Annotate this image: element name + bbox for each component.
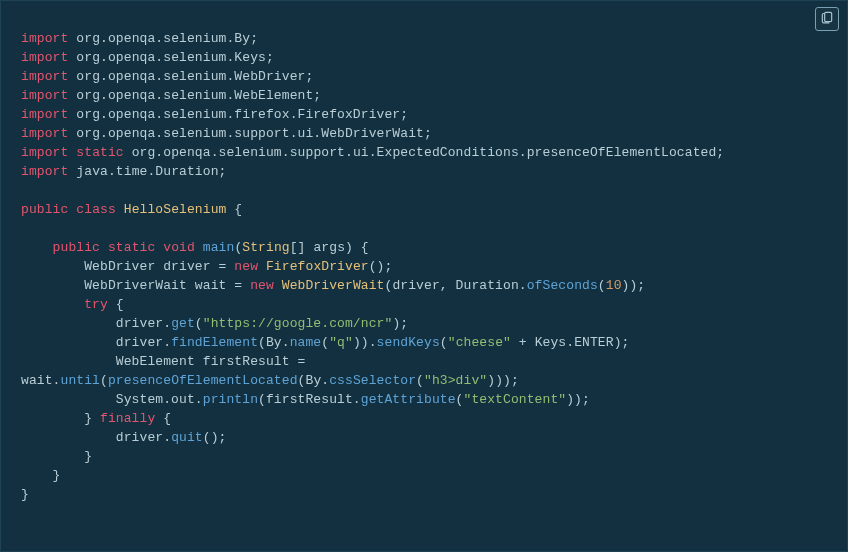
code-token: WebDriver driver = [21, 259, 234, 274]
code-token [21, 240, 53, 255]
code-line: import org.openqa.selenium.WebDriver; [21, 69, 313, 84]
code-token: import [21, 88, 68, 103]
code-token: import [21, 164, 68, 179]
code-token: WebElement firstResult = [21, 354, 305, 369]
code-token: (By. [258, 335, 290, 350]
code-token: ( [195, 316, 203, 331]
code-token: ofSeconds [527, 278, 598, 293]
code-token: org.openqa.selenium.firefox.FirefoxDrive… [68, 107, 408, 122]
code-token: ( [456, 392, 464, 407]
code-token: findElement [171, 335, 258, 350]
code-token: ( [321, 335, 329, 350]
code-token: { [226, 202, 242, 217]
code-line: WebDriver driver = new FirefoxDriver(); [21, 259, 392, 274]
code-token: get [171, 316, 195, 331]
code-line: WebElement firstResult = [21, 354, 305, 369]
code-token: "textContent" [464, 392, 567, 407]
code-token [274, 278, 282, 293]
code-token [195, 240, 203, 255]
code-token: { [108, 297, 124, 312]
code-token: org.openqa.selenium.support.ui.ExpectedC… [124, 145, 725, 160]
code-line: driver.findElement(By.name("q")).sendKey… [21, 335, 629, 350]
code-token: org.openqa.selenium.By; [68, 31, 258, 46]
code-token: } [21, 449, 92, 464]
code-token: public [21, 202, 68, 217]
code-token: println [203, 392, 258, 407]
code-line: public class HelloSelenium { [21, 202, 242, 217]
code-block: import org.openqa.selenium.By; import or… [0, 0, 848, 552]
code-token [258, 259, 266, 274]
code-token: (firstResult. [258, 392, 361, 407]
code-token: import [21, 31, 68, 46]
code-token: main [203, 240, 235, 255]
code-token: new [234, 259, 258, 274]
code-token [21, 297, 84, 312]
code-token: WebDriverWait wait = [21, 278, 250, 293]
code-token: } [21, 487, 29, 502]
code-token: void [163, 240, 195, 255]
code-line: wait.until(presenceOfElementLocated(By.c… [21, 373, 519, 388]
code-line: import org.openqa.selenium.support.ui.We… [21, 126, 432, 141]
clipboard-icon [820, 10, 834, 29]
code-token: java.time.Duration; [68, 164, 226, 179]
code-line: import static org.openqa.selenium.suppor… [21, 145, 724, 160]
code-token: new [250, 278, 274, 293]
code-line: System.out.println(firstResult.getAttrib… [21, 392, 590, 407]
code-token: getAttribute [361, 392, 456, 407]
code-token: WebDriverWait [282, 278, 385, 293]
code-token: quit [171, 430, 203, 445]
code-token: ( [416, 373, 424, 388]
code-token: import [21, 107, 68, 122]
code-token: ( [598, 278, 606, 293]
code-token: import [21, 145, 68, 160]
code-token: { [155, 411, 171, 426]
code-token: org.openqa.selenium.WebElement; [68, 88, 321, 103]
code-line: import java.time.Duration; [21, 164, 226, 179]
svg-rect-0 [825, 12, 832, 21]
code-token: FirefoxDriver [266, 259, 369, 274]
code-token: class [76, 202, 116, 217]
code-token: )). [353, 335, 377, 350]
code-line: import org.openqa.selenium.Keys; [21, 50, 274, 65]
code-token: [] args) { [290, 240, 369, 255]
code-token: org.openqa.selenium.support.ui.WebDriver… [68, 126, 431, 141]
code-token: import [21, 69, 68, 84]
code-line: try { [21, 297, 124, 312]
code-line: driver.get("https://google.com/ncr"); [21, 316, 408, 331]
code-line: import org.openqa.selenium.firefox.Firef… [21, 107, 408, 122]
code-token: import [21, 126, 68, 141]
code-token: finally [100, 411, 155, 426]
code-token: + Keys.ENTER); [511, 335, 630, 350]
code-token: driver. [21, 316, 171, 331]
code-token: } [21, 411, 100, 426]
code-token: "q" [329, 335, 353, 350]
code-token: sendKeys [377, 335, 440, 350]
code-token: } [21, 468, 61, 483]
code-token: cssSelector [329, 373, 416, 388]
code-token: public [53, 240, 100, 255]
code-token: name [290, 335, 322, 350]
code-line: WebDriverWait wait = new WebDriverWait(d… [21, 278, 645, 293]
code-token: 10 [606, 278, 622, 293]
copy-button[interactable] [815, 7, 839, 31]
code-token: String [242, 240, 289, 255]
code-token: (By. [298, 373, 330, 388]
code-token: wait. [21, 373, 61, 388]
code-token: )); [622, 278, 646, 293]
code-token: try [84, 297, 108, 312]
code-token: (driver, Duration. [384, 278, 526, 293]
code-content: import org.openqa.selenium.By; import or… [21, 29, 827, 504]
code-token: (); [203, 430, 227, 445]
code-line: } [21, 487, 29, 502]
code-token: "h3>div" [424, 373, 487, 388]
code-token: )); [566, 392, 590, 407]
code-token: "https://google.com/ncr" [203, 316, 393, 331]
code-token: "cheese" [448, 335, 511, 350]
code-token: (); [369, 259, 393, 274]
code-token: ( [440, 335, 448, 350]
code-line: driver.quit(); [21, 430, 226, 445]
code-line: } finally { [21, 411, 171, 426]
code-token: System.out. [21, 392, 203, 407]
code-line: import org.openqa.selenium.By; [21, 31, 258, 46]
code-token: ( [100, 373, 108, 388]
